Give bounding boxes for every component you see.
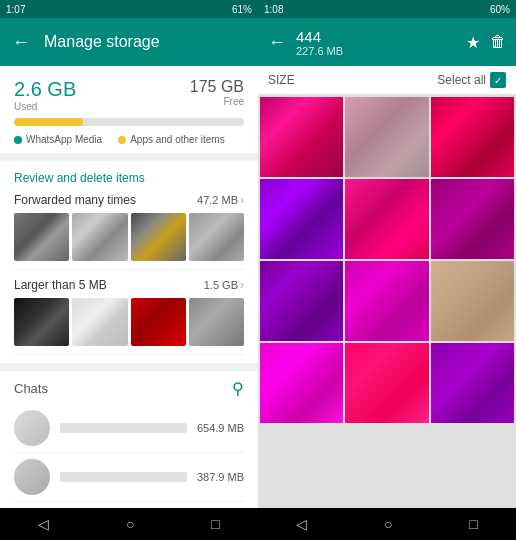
size-filter-label: SIZE [268,73,295,87]
forwarded-thumbnails [14,213,244,261]
free-value: 175 GB [190,78,244,96]
category-large[interactable]: Larger than 5 MB 1.5 GB › [14,278,244,355]
photo-grid [258,95,516,508]
status-bar-left: 1:07 61% [0,0,258,18]
forwarded-title: Forwarded many times [14,193,136,207]
time-right: 1:08 [264,4,283,15]
storage-legend: WhatsApp Media Apps and other items [14,134,244,145]
chats-section: Chats ⚲ 654.9 MB 387.9 MB 285.8 MB [0,371,258,508]
select-all-checkbox[interactable]: ✓ [490,72,506,88]
nav-home-right[interactable]: ○ [384,516,392,532]
nav-back-right[interactable]: ◁ [296,516,307,532]
apps-dot [118,136,126,144]
status-bar-right: 1:08 60% [258,0,516,18]
storage-bar [14,118,244,126]
category-forwarded[interactable]: Forwarded many times 47.2 MB › [14,193,244,270]
whatsapp-dot [14,136,22,144]
forwarded-size: 47.2 MB › [197,193,244,207]
large-thumb-2 [72,298,127,346]
chat-item-2[interactable]: 387.9 MB [14,453,244,502]
forwarded-chevron: › [240,193,244,207]
grid-cell-4[interactable] [260,179,343,259]
header-actions: ★ 🗑 [466,33,506,52]
grid-cell-8[interactable] [345,261,428,341]
section-divider-2 [0,363,258,371]
contact-name: 444 [296,28,456,45]
used-value: 2.6 GB [14,78,76,101]
back-button-left[interactable]: ← [12,32,30,53]
large-size: 1.5 GB › [204,278,244,292]
grid-cell-5[interactable] [345,179,428,259]
header-right: ← 444 227.6 MB ★ 🗑 [258,18,516,66]
storage-bar-fill [14,118,83,126]
grid-cell-12[interactable] [431,343,514,423]
legend-item-apps: Apps and other items [118,134,225,145]
right-panel: 1:08 60% ← 444 227.6 MB ★ 🗑 SIZE Select … [258,0,516,540]
grid-cell-7[interactable] [260,261,343,341]
avatar-1 [14,410,50,446]
signal-left: 61% [232,4,252,15]
grid-cell-10[interactable] [260,343,343,423]
free-label: Free [190,96,244,107]
thumb-1 [14,213,69,261]
bottom-nav-right: ◁ ○ □ [258,508,516,540]
category-forwarded-header: Forwarded many times 47.2 MB › [14,193,244,207]
left-panel: 1:07 61% ← Manage storage 2.6 GB Used 17… [0,0,258,540]
storage-numbers: 2.6 GB Used 175 GB Free [14,78,244,112]
select-all-label: Select all [437,73,486,87]
chat-name-1 [60,423,187,433]
grid-cell-11[interactable] [345,343,428,423]
grid-cell-3[interactable] [431,97,514,177]
grid-cell-2[interactable] [345,97,428,177]
chat-size-1: 654.9 MB [197,422,244,434]
legend-item-whatsapp: WhatsApp Media [14,134,102,145]
thumb-3 [131,213,186,261]
large-thumb-4 [189,298,244,346]
apps-label: Apps and other items [130,134,225,145]
thumb-2 [72,213,127,261]
page-title: Manage storage [44,33,160,51]
free-block: 175 GB Free [190,78,244,107]
category-large-header: Larger than 5 MB 1.5 GB › [14,278,244,292]
select-all-button[interactable]: Select all ✓ [437,72,506,88]
grid-cell-1[interactable] [260,97,343,177]
nav-back-left[interactable]: ◁ [38,516,49,532]
avatar-2 [14,459,50,495]
signal-right: 60% [490,4,510,15]
size-filter-bar: SIZE Select all ✓ [258,66,516,95]
review-title: Review and delete items [14,171,244,185]
review-section: Review and delete items Forwarded many t… [0,161,258,363]
nav-home-left[interactable]: ○ [126,516,134,532]
grid-cell-6[interactable] [431,179,514,259]
chats-header: Chats ⚲ [14,379,244,398]
storage-overview: 2.6 GB Used 175 GB Free WhatsApp Media A… [0,66,258,153]
chat-item-1[interactable]: 654.9 MB [14,404,244,453]
delete-icon[interactable]: 🗑 [490,33,506,51]
grid-cell-9[interactable] [431,261,514,341]
header-left: ← Manage storage [0,18,258,66]
chats-title: Chats [14,381,48,396]
used-block: 2.6 GB Used [14,78,76,112]
contact-info: 444 227.6 MB [296,28,456,57]
thumb-4 [189,213,244,261]
large-thumb-1 [14,298,69,346]
chat-name-2 [60,472,187,482]
section-divider-1 [0,153,258,161]
large-thumb-3 [131,298,186,346]
nav-recent-left[interactable]: □ [211,516,219,532]
contact-size: 227.6 MB [296,45,456,57]
chat-size-2: 387.9 MB [197,471,244,483]
back-button-right[interactable]: ← [268,32,286,53]
large-title: Larger than 5 MB [14,278,107,292]
chats-search-icon[interactable]: ⚲ [232,379,244,398]
star-icon[interactable]: ★ [466,33,480,52]
large-thumbnails [14,298,244,346]
time-left: 1:07 [6,4,25,15]
nav-recent-right[interactable]: □ [469,516,477,532]
bottom-nav-left: ◁ ○ □ [0,508,258,540]
whatsapp-label: WhatsApp Media [26,134,102,145]
large-chevron: › [240,278,244,292]
used-label: Used [14,101,76,112]
